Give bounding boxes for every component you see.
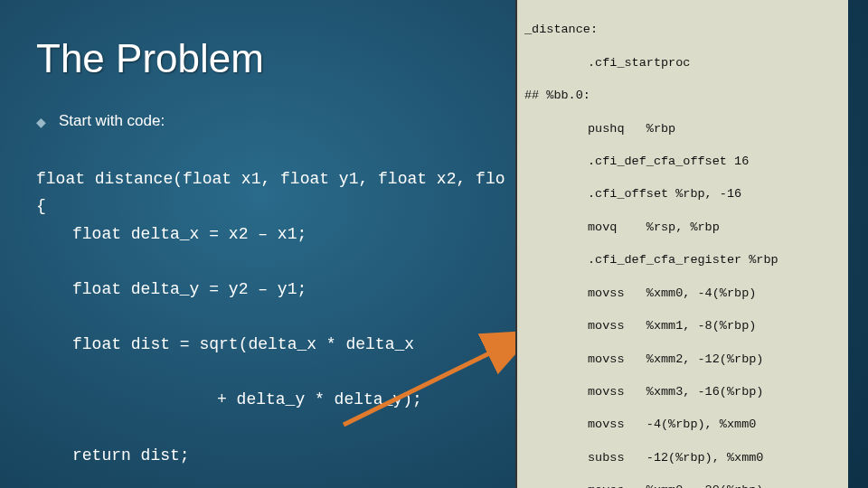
source-code-block: float distance(float x1, float y1, float… <box>36 137 506 488</box>
code-line: return dist; <box>36 442 506 470</box>
asm-line: movss %xmm0, -20(%rbp) <box>524 483 841 488</box>
asm-line: .cfi_def_cfa_offset 16 <box>524 154 841 170</box>
asm-line: subss -12(%rbp), %xmm0 <box>524 450 841 466</box>
assembly-listing: _distance: .cfi_startproc ## %bb.0: push… <box>515 0 848 488</box>
code-line: float dist = sqrt(delta_x * delta_x <box>36 331 506 359</box>
code-line: float delta_x = x2 – x1; <box>36 221 506 249</box>
asm-line: .cfi_def_cfa_register %rbp <box>524 252 841 268</box>
asm-line: ## %bb.0: <box>524 88 841 104</box>
slide-content: ◆ Start with code: float distance(float … <box>36 108 506 488</box>
page-title: The Problem <box>36 36 264 81</box>
code-line: + delta_y * delta_y); <box>36 386 506 414</box>
asm-line: movss %xmm0, -4(%rbp) <box>524 286 841 302</box>
asm-line: movss %xmm2, -12(%rbp) <box>524 352 841 368</box>
asm-line: movss -4(%rbp), %xmm0 <box>524 417 841 433</box>
asm-line: _distance: <box>524 22 841 38</box>
code-line: float distance(float x1, float y1, float… <box>36 170 505 188</box>
asm-line: movss %xmm1, -8(%rbp) <box>524 318 841 334</box>
asm-line: pushq %rbp <box>524 121 841 137</box>
asm-line: movq %rsp, %rbp <box>524 220 841 236</box>
code-line: { <box>36 197 46 215</box>
asm-line: .cfi_offset %rbp, -16 <box>524 186 841 202</box>
diamond-icon: ◆ <box>36 115 46 129</box>
code-line: float delta_y = y2 – y1; <box>36 276 506 304</box>
bullet-start-with-code: ◆ Start with code: <box>36 112 506 130</box>
bullet-label: Start with code: <box>59 112 165 130</box>
asm-line: movss %xmm3, -16(%rbp) <box>524 384 841 400</box>
asm-line: .cfi_startproc <box>524 55 841 71</box>
